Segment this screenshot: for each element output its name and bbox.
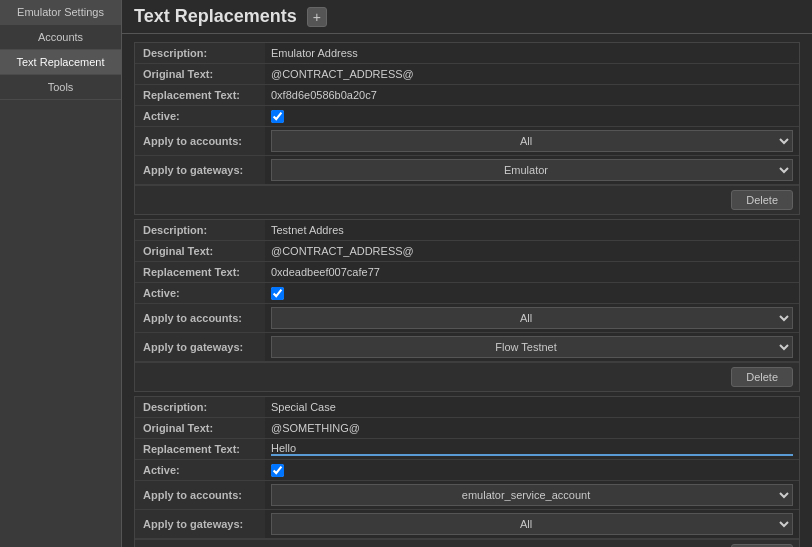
replacement-block-0: Description:Original Text:Replacement Te… xyxy=(134,42,800,215)
label-active-2: Active: xyxy=(135,460,265,481)
value-apply-to-accounts-2[interactable]: emulator_service_account xyxy=(265,481,799,510)
value-replacement-text-0 xyxy=(265,85,799,106)
input-original-text-2[interactable] xyxy=(271,422,793,434)
value-replacement-text-2 xyxy=(265,439,799,460)
label-apply-to-accounts-1: Apply to accounts: xyxy=(135,304,265,333)
value-original-text-1 xyxy=(265,241,799,262)
checkbox-active-1[interactable] xyxy=(271,287,284,300)
value-apply-to-accounts-0[interactable]: All xyxy=(265,127,799,156)
value-active-2[interactable] xyxy=(265,460,799,481)
label-replacement-text-0: Replacement Text: xyxy=(135,85,265,106)
label-original-text-2: Original Text: xyxy=(135,418,265,439)
value-description-0 xyxy=(265,43,799,64)
label-original-text-0: Original Text: xyxy=(135,64,265,85)
label-apply-to-accounts-0: Apply to accounts: xyxy=(135,127,265,156)
select-apply-to-accounts-0[interactable]: All xyxy=(271,130,793,152)
label-description-0: Description: xyxy=(135,43,265,64)
page-title: Text Replacements xyxy=(134,6,297,27)
input-replacement-text-2[interactable] xyxy=(271,442,793,456)
input-original-text-1[interactable] xyxy=(271,245,793,257)
value-description-2 xyxy=(265,397,799,418)
label-description-2: Description: xyxy=(135,397,265,418)
label-description-1: Description: xyxy=(135,220,265,241)
value-description-1 xyxy=(265,220,799,241)
select-apply-to-gateways-0[interactable]: Emulator xyxy=(271,159,793,181)
value-replacement-text-1 xyxy=(265,262,799,283)
add-replacement-button[interactable]: + xyxy=(307,7,327,27)
page-header: Text Replacements + xyxy=(122,0,812,34)
main-panel: Text Replacements + Description:Original… xyxy=(122,0,812,547)
value-active-1[interactable] xyxy=(265,283,799,304)
label-apply-to-gateways-0: Apply to gateways: xyxy=(135,156,265,185)
sidebar-item-accounts[interactable]: Accounts xyxy=(0,25,121,50)
value-active-0[interactable] xyxy=(265,106,799,127)
replacements-list: Description:Original Text:Replacement Te… xyxy=(122,34,812,547)
sidebar: Emulator SettingsAccountsText Replacemen… xyxy=(0,0,122,547)
label-apply-to-gateways-1: Apply to gateways: xyxy=(135,333,265,362)
label-apply-to-accounts-2: Apply to accounts: xyxy=(135,481,265,510)
value-apply-to-gateways-0[interactable]: Emulator xyxy=(265,156,799,185)
label-replacement-text-1: Replacement Text: xyxy=(135,262,265,283)
replacement-block-2: Description:Original Text:Replacement Te… xyxy=(134,396,800,547)
input-replacement-text-1[interactable] xyxy=(271,266,793,278)
delete-button-1[interactable]: Delete xyxy=(731,367,793,387)
value-apply-to-gateways-2[interactable]: All xyxy=(265,510,799,539)
replacement-block-1: Description:Original Text:Replacement Te… xyxy=(134,219,800,392)
input-original-text-0[interactable] xyxy=(271,68,793,80)
label-apply-to-gateways-2: Apply to gateways: xyxy=(135,510,265,539)
input-description-2[interactable] xyxy=(271,401,793,413)
input-description-1[interactable] xyxy=(271,224,793,236)
select-apply-to-accounts-2[interactable]: emulator_service_account xyxy=(271,484,793,506)
label-active-1: Active: xyxy=(135,283,265,304)
label-replacement-text-2: Replacement Text: xyxy=(135,439,265,460)
value-original-text-0 xyxy=(265,64,799,85)
input-replacement-text-0[interactable] xyxy=(271,89,793,101)
input-description-0[interactable] xyxy=(271,47,793,59)
label-original-text-1: Original Text: xyxy=(135,241,265,262)
sidebar-item-emulator-settings[interactable]: Emulator Settings xyxy=(0,0,121,25)
value-original-text-2 xyxy=(265,418,799,439)
sidebar-item-text-replacement[interactable]: Text Replacement xyxy=(0,50,121,75)
select-apply-to-gateways-1[interactable]: Flow Testnet xyxy=(271,336,793,358)
value-apply-to-accounts-1[interactable]: All xyxy=(265,304,799,333)
checkbox-active-2[interactable] xyxy=(271,464,284,477)
checkbox-active-0[interactable] xyxy=(271,110,284,123)
value-apply-to-gateways-1[interactable]: Flow Testnet xyxy=(265,333,799,362)
sidebar-item-tools[interactable]: Tools xyxy=(0,75,121,100)
delete-button-0[interactable]: Delete xyxy=(731,190,793,210)
label-active-0: Active: xyxy=(135,106,265,127)
select-apply-to-gateways-2[interactable]: All xyxy=(271,513,793,535)
select-apply-to-accounts-1[interactable]: All xyxy=(271,307,793,329)
